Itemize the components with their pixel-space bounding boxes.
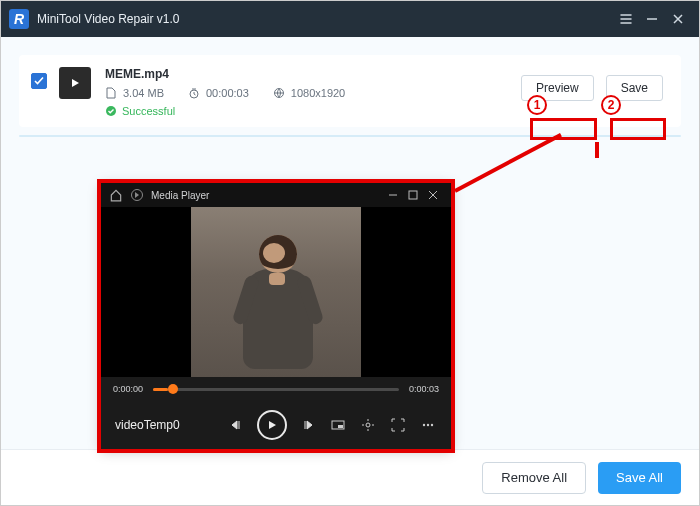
more-icon[interactable] <box>419 416 437 434</box>
fullscreen-icon[interactable] <box>389 416 407 434</box>
home-icon[interactable] <box>109 188 123 202</box>
video-frame <box>191 207 361 377</box>
skip-fwd-icon[interactable] <box>299 416 317 434</box>
mini-view-icon[interactable] <box>329 416 347 434</box>
app-logo-icon: R <box>9 9 29 29</box>
annotation-line <box>595 142 599 158</box>
total-time: 0:00:03 <box>409 384 439 394</box>
menu-icon[interactable] <box>613 6 639 32</box>
video-temp-name: videoTemp0 <box>115 418 180 432</box>
play-button[interactable] <box>257 410 287 440</box>
file-name: MEME.mp4 <box>105 67 345 81</box>
clock-icon <box>188 87 200 99</box>
file-size: 3.04 MB <box>105 87 164 99</box>
file-duration: 00:00:03 <box>188 87 249 99</box>
resolution-icon <box>273 87 285 99</box>
player-close-icon[interactable] <box>423 186 443 204</box>
app-title: MiniTool Video Repair v1.0 <box>37 12 180 26</box>
svg-point-7 <box>423 424 425 426</box>
video-thumbnail-icon <box>59 67 91 99</box>
player-maximize-icon[interactable] <box>403 186 423 204</box>
file-meta: MEME.mp4 3.04 MB 00:00:03 1080x1920 <box>105 67 345 117</box>
svg-rect-5 <box>338 425 343 428</box>
status-badge: Successful <box>105 105 345 117</box>
close-icon[interactable] <box>665 6 691 32</box>
file-checkbox[interactable] <box>31 73 47 89</box>
app-window: R MiniTool Video Repair v1.0 MEME.mp4 3.… <box>0 0 700 506</box>
minimize-icon[interactable] <box>639 6 665 32</box>
save-button[interactable]: Save <box>606 75 663 101</box>
svg-rect-3 <box>409 191 417 199</box>
file-row: MEME.mp4 3.04 MB 00:00:03 1080x1920 <box>19 55 681 127</box>
current-time: 0:00:00 <box>113 384 143 394</box>
file-icon <box>105 87 117 99</box>
video-canvas[interactable] <box>101 207 451 377</box>
player-timeline: 0:00:00 0:00:03 <box>101 377 451 401</box>
skip-back-icon[interactable] <box>227 416 245 434</box>
footer-bar: Remove All Save All <box>1 449 699 505</box>
player-app-name: Media Player <box>151 190 209 201</box>
divider <box>19 135 681 137</box>
seek-slider[interactable] <box>153 388 399 391</box>
success-icon <box>105 105 117 117</box>
file-resolution: 1080x1920 <box>273 87 345 99</box>
media-player-icon <box>131 189 143 201</box>
cast-icon[interactable] <box>359 416 377 434</box>
remove-all-button[interactable]: Remove All <box>482 462 586 494</box>
player-minimize-icon[interactable] <box>383 186 403 204</box>
content-area: MEME.mp4 3.04 MB 00:00:03 1080x1920 <box>1 37 699 449</box>
svg-point-9 <box>431 424 433 426</box>
preview-button[interactable]: Preview <box>521 75 594 101</box>
player-controls: videoTemp0 <box>101 401 451 449</box>
player-titlebar: Media Player <box>101 183 451 207</box>
svg-point-6 <box>366 423 370 427</box>
save-all-button[interactable]: Save All <box>598 462 681 494</box>
annotation-line <box>454 133 562 193</box>
svg-point-8 <box>427 424 429 426</box>
media-player-window: Media Player 0:00:00 <box>101 183 451 449</box>
titlebar: R MiniTool Video Repair v1.0 <box>1 1 699 37</box>
